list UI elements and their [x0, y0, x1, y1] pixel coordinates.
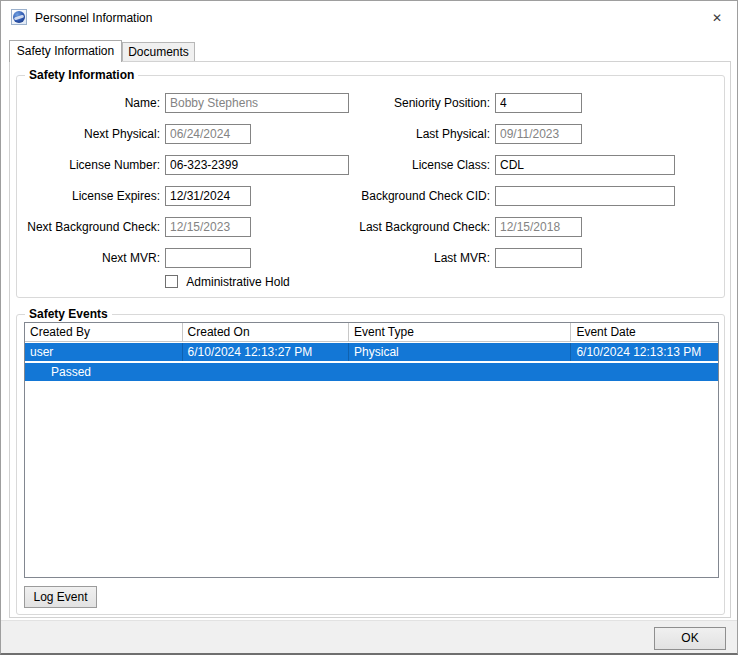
- column-header-event-type[interactable]: Event Type: [349, 323, 571, 341]
- background-check-cid-label: Background Check CID:: [303, 186, 490, 206]
- next-mvr-label: Next MVR:: [18, 248, 160, 268]
- safety-events-group-legend: Safety Events: [25, 307, 112, 321]
- personnel-information-window: Personnel Information ✕ Safety Informati…: [0, 0, 738, 655]
- footer-bar: OK: [1, 620, 737, 653]
- globe-icon: [13, 11, 25, 23]
- last-mvr-label: Last MVR:: [303, 248, 490, 268]
- last-background-check-label: Last Background Check:: [303, 217, 490, 237]
- last-background-check-input: [495, 217, 582, 237]
- last-physical-input: [495, 124, 582, 144]
- license-expires-label: License Expires:: [18, 186, 160, 206]
- cell-created-by: user: [25, 343, 183, 361]
- column-header-created-by[interactable]: Created By: [25, 323, 183, 341]
- tab-documents[interactable]: Documents: [122, 42, 195, 61]
- license-number-label: License Number:: [18, 155, 160, 175]
- last-physical-label: Last Physical:: [303, 124, 490, 144]
- name-label: Name:: [18, 93, 160, 113]
- column-header-created-on[interactable]: Created On: [183, 323, 350, 341]
- column-header-event-date[interactable]: Event Date: [571, 323, 718, 341]
- table-body-empty: [25, 381, 718, 578]
- tab-safety-information[interactable]: Safety Information: [9, 40, 122, 62]
- next-physical-input: [165, 124, 251, 144]
- next-background-check-label: Next Background Check:: [18, 217, 160, 237]
- safety-information-group-legend: Safety Information: [25, 68, 138, 82]
- administrative-hold-checkbox[interactable]: [165, 275, 178, 288]
- next-mvr-input[interactable]: [165, 248, 251, 268]
- seniority-position-label: Seniority Position:: [303, 93, 490, 113]
- next-physical-label: Next Physical:: [18, 124, 160, 144]
- app-icon: [11, 9, 27, 25]
- last-mvr-input[interactable]: [495, 248, 582, 268]
- safety-information-tab-panel: Safety Information Name: Next Physical: …: [9, 61, 731, 618]
- license-expires-input[interactable]: [165, 186, 251, 206]
- next-background-check-input: [165, 217, 251, 237]
- background-check-cid-input[interactable]: [495, 186, 675, 206]
- title-bar: Personnel Information ✕: [1, 1, 737, 33]
- table-row-selected[interactable]: user 6/10/2024 12:13:27 PM Physical 6/10…: [25, 343, 718, 361]
- seniority-position-input[interactable]: [495, 93, 582, 113]
- cell-event-date: 6/10/2024 12:13:13 PM: [571, 343, 718, 361]
- cell-event-type: Physical: [349, 343, 571, 361]
- safety-events-table: Created By Created On Event Type Event D…: [24, 322, 719, 578]
- cell-created-on: 6/10/2024 12:13:27 PM: [183, 343, 350, 361]
- administrative-hold-row: Administrative Hold: [165, 274, 290, 288]
- table-row-detail-passed[interactable]: Passed: [25, 363, 718, 381]
- ok-button[interactable]: OK: [654, 627, 726, 650]
- license-class-input[interactable]: [495, 155, 675, 175]
- table-header-row: Created By Created On Event Type Event D…: [25, 323, 718, 342]
- close-icon[interactable]: ✕: [707, 8, 727, 28]
- license-class-label: License Class:: [303, 155, 490, 175]
- administrative-hold-label: Administrative Hold: [186, 275, 289, 289]
- window-title: Personnel Information: [35, 11, 152, 25]
- log-event-button[interactable]: Log Event: [24, 586, 97, 608]
